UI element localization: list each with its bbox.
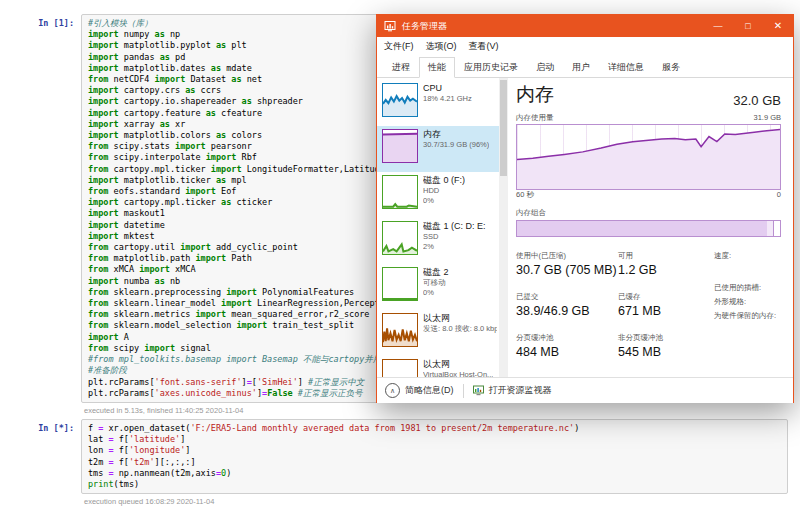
tab-服务[interactable]: 服务 — [653, 57, 689, 78]
stat-value: 484 MB — [516, 345, 618, 359]
task-manager-window: 任务管理器 — □ ✕ 文件(F)选项(O)查看(V) 进程性能应用历史记录启动… — [376, 14, 794, 403]
sidebar-item-text: 以太网VirtualBox Host-On... — [423, 359, 493, 377]
tab-进程[interactable]: 进程 — [383, 57, 419, 78]
taskmanager-icon — [384, 20, 396, 32]
tab-strip: 进程性能应用历史记录启动用户详细信息服务 — [377, 56, 793, 78]
sidebar-item-sub: VirtualBox Host-On... — [423, 370, 493, 377]
perf-sidebar-item-以太网[interactable]: 以太网发送: 8.0 接收: 8.0 kbps — [377, 310, 499, 356]
performance-panel: CPU18% 4.21 GHz内存30.7/31.9 GB (96%)磁盘 0 … — [377, 78, 793, 377]
perf-sidebar-item-以太网[interactable]: 以太网VirtualBox Host-On... — [377, 356, 499, 377]
memory-composition-label: 内存组合 — [516, 208, 781, 218]
mini-graph — [382, 313, 418, 347]
sidebar-item-title: CPU — [423, 83, 472, 94]
perf-sidebar-item-内存[interactable]: 内存30.7/31.9 GB (96%) — [377, 126, 499, 172]
hardware-info: 速度:已使用的插槽:外形规格:为硬件保留的内存: — [714, 251, 776, 359]
status-bar: ∧ 简略信息(D) 打开资源监视器 — [377, 377, 793, 403]
execution-status: execution queued 16:08:29 2020-11-04 — [81, 494, 788, 506]
stat-label: 使用中(已压缩) — [516, 251, 618, 261]
memory-stat: 可用1.2 GB — [618, 251, 704, 277]
resource-monitor-icon — [473, 385, 484, 396]
stat-label: 分页缓冲池 — [516, 333, 618, 343]
stat-value: 30.7 GB (705 MB) — [516, 263, 618, 277]
divider — [463, 384, 464, 398]
minimize-button[interactable]: — — [703, 15, 733, 37]
sidebar-item-text: 磁盘 2可移动0% — [423, 267, 449, 297]
memory-total: 32.0 GB — [733, 93, 781, 108]
code-line: tms = np.nanmean(t2m,axis=0) — [88, 468, 781, 479]
sidebar-item-sub: 0% — [423, 196, 465, 206]
hardware-info-label: 已使用的插槽: — [714, 283, 776, 293]
stat-value: 38.9/46.9 GB — [516, 304, 618, 318]
code-line: t2m = f['t2m'][:,:,:] — [88, 457, 781, 468]
sidebar-item-text: 以太网发送: 8.0 接收: 8.0 kbps — [423, 313, 497, 334]
sidebar-item-sub: 2% — [423, 242, 486, 252]
memory-stat: 非分页缓冲池545 MB — [618, 333, 704, 359]
graph-zero-label: 0 — [777, 190, 781, 200]
perf-sidebar-item-磁盘 1 (C: D: E:[interactable]: 磁盘 1 (C: D: E:SSD2% — [377, 218, 499, 264]
stat-label: 非分页缓冲池 — [618, 333, 704, 343]
sidebar-item-text: 磁盘 1 (C: D: E:SSD2% — [423, 221, 486, 251]
graph-time-label: 60 秒 — [516, 190, 534, 200]
code-line: lat = f['latitude'] — [88, 434, 781, 445]
mini-graph — [382, 267, 418, 301]
cell-prompt: In [*]: — [6, 419, 81, 506]
close-button[interactable]: ✕ — [763, 15, 793, 37]
memory-title: 内存 — [516, 82, 554, 108]
sidebar-item-title: 磁盘 1 (C: D: E: — [423, 221, 486, 232]
summary-toggle[interactable]: 简略信息(D) — [405, 384, 454, 397]
perf-sidebar-item-CPU[interactable]: CPU18% 4.21 GHz — [377, 80, 499, 126]
code-line: lon = f['longitude'] — [88, 445, 781, 456]
mini-graph — [382, 175, 418, 209]
code-line: print(tms) — [88, 479, 781, 490]
window-title: 任务管理器 — [402, 20, 703, 33]
tab-用户[interactable]: 用户 — [563, 57, 599, 78]
menu-item[interactable]: 选项(O) — [426, 40, 457, 53]
mini-graph — [382, 359, 418, 377]
sidebar-item-text: CPU18% 4.21 GHz — [423, 83, 472, 104]
cell-prompt: In [1]: — [6, 14, 81, 415]
sidebar-item-sub: 0% — [423, 288, 449, 298]
code-editor[interactable]: f = xr.open_dataset('F:/ERA5-Land monthl… — [81, 419, 788, 494]
stat-value: 545 MB — [618, 345, 704, 359]
perf-sidebar-item-磁盘 2[interactable]: 磁盘 2可移动0% — [377, 264, 499, 310]
memory-stat: 使用中(已压缩)30.7 GB (705 MB) — [516, 251, 618, 277]
sidebar-item-sub: HDD — [423, 186, 465, 196]
memory-composition-segment — [767, 221, 774, 236]
sidebar-item-title: 以太网 — [423, 359, 493, 370]
resource-monitor-link[interactable]: 打开资源监视器 — [489, 384, 552, 397]
memory-usage-graph — [516, 124, 781, 190]
sidebar-item-text: 磁盘 0 (F:)HDD0% — [423, 175, 465, 205]
tab-性能[interactable]: 性能 — [419, 57, 455, 78]
sidebar-item-title: 磁盘 2 — [423, 267, 449, 278]
memory-composition-used — [517, 221, 768, 236]
menu-item[interactable]: 文件(F) — [384, 40, 414, 53]
hardware-info-label: 外形规格: — [714, 297, 776, 307]
hardware-info-label: 速度: — [714, 251, 776, 261]
tab-详细信息[interactable]: 详细信息 — [599, 57, 653, 78]
sidebar-item-sub: 发送: 8.0 接收: 8.0 kbps — [423, 324, 497, 334]
hardware-info-label: 为硬件保留的内存: — [714, 311, 776, 321]
title-bar[interactable]: 任务管理器 — □ ✕ — [377, 15, 793, 37]
sidebar-item-text: 内存30.7/31.9 GB (96%) — [423, 129, 489, 150]
sidebar-item-sub: 30.7/31.9 GB (96%) — [423, 140, 489, 150]
memory-stat: 分页缓冲池484 MB — [516, 333, 618, 359]
execution-status: executed in 5.13s, finished 11:40:25 202… — [81, 403, 788, 415]
mini-graph — [382, 83, 418, 117]
sidebar-item-title: 内存 — [423, 129, 489, 140]
collapse-icon[interactable]: ∧ — [385, 383, 400, 398]
memory-stats: 使用中(已压缩)30.7 GB (705 MB)可用1.2 GB已提交38.9/… — [516, 251, 704, 359]
menu-item[interactable]: 查看(V) — [469, 40, 499, 53]
memory-stat: 已提交38.9/46.9 GB — [516, 292, 618, 318]
scrollbar-thumb[interactable] — [500, 80, 507, 176]
sidebar-item-sub: 18% 4.21 GHz — [423, 94, 472, 104]
mini-graph — [382, 129, 418, 163]
code-cell-2: In [*]: f = xr.open_dataset('F:/ERA5-Lan… — [6, 419, 788, 506]
sidebar-item-title: 磁盘 0 (F:) — [423, 175, 465, 186]
stat-value: 1.2 GB — [618, 263, 704, 277]
perf-sidebar-item-磁盘 0 (F:)[interactable]: 磁盘 0 (F:)HDD0% — [377, 172, 499, 218]
sidebar-scrollbar[interactable] — [499, 78, 508, 377]
tab-应用历史记录[interactable]: 应用历史记录 — [455, 57, 527, 78]
memory-detail-panel: 内存 32.0 GB 内存使用量 31.9 GB 60 秒 0 内存组合 使用中… — [508, 78, 793, 377]
tab-启动[interactable]: 启动 — [527, 57, 563, 78]
maximize-button[interactable]: □ — [733, 15, 763, 37]
